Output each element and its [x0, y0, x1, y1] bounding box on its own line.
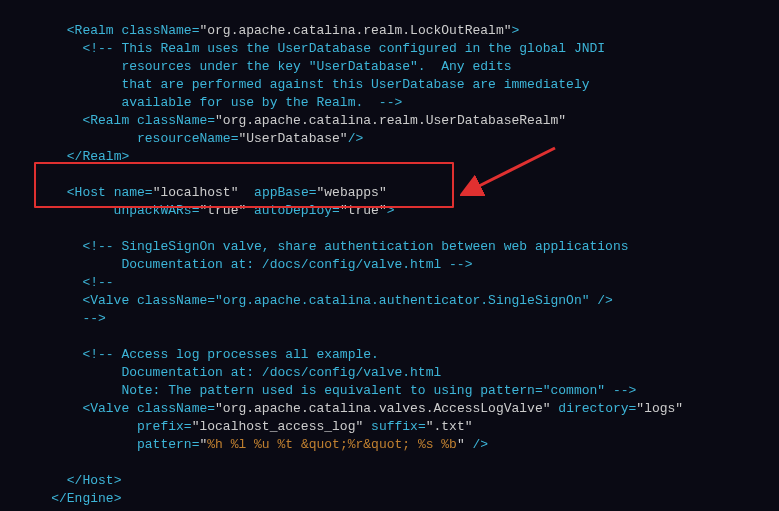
code-line: resourceName="UserDatabase"/>: [20, 131, 363, 146]
host-code-line: unpackWARs="true" autoDeploy="true">: [20, 203, 395, 218]
code-line: prefix="localhost_access_log" suffix=".t…: [20, 419, 473, 434]
comment-line: resources under the key "UserDatabase". …: [20, 59, 511, 74]
comment-line: <!-- Access log processes all example.: [20, 347, 379, 362]
comment-line: that are performed against this UserData…: [20, 77, 590, 92]
comment-line: <!-- SingleSignOn valve, share authentic…: [20, 239, 629, 254]
comment-line: Note: The pattern used is equivalent to …: [20, 383, 636, 398]
comment-line: -->: [20, 311, 106, 326]
code-line: </Realm>: [20, 149, 129, 164]
comment-line: <!--: [20, 275, 114, 290]
xml-code-block: <Realm className="org.apache.catalina.re…: [0, 4, 779, 511]
code-line: pattern="%h %l %u %t &quot;%r&quot; %s %…: [20, 437, 488, 452]
host-code-line: <Host name="localhost" appBase="webapps": [20, 185, 387, 200]
code-line: <Realm className="org.apache.catalina.re…: [20, 23, 519, 38]
comment-line: available for use by the Realm. -->: [20, 95, 402, 110]
code-line: <Realm className="org.apache.catalina.re…: [20, 113, 566, 128]
code-line: </Host>: [20, 473, 121, 488]
comment-line: Documentation at: /docs/config/valve.htm…: [20, 365, 441, 380]
comment-line: <!-- This Realm uses the UserDatabase co…: [20, 41, 605, 56]
code-line: <Valve className="org.apache.catalina.va…: [20, 401, 683, 416]
code-line: </Engine>: [20, 491, 121, 506]
comment-line: <Valve className="org.apache.catalina.au…: [20, 293, 613, 308]
comment-line: Documentation at: /docs/config/valve.htm…: [20, 257, 472, 272]
